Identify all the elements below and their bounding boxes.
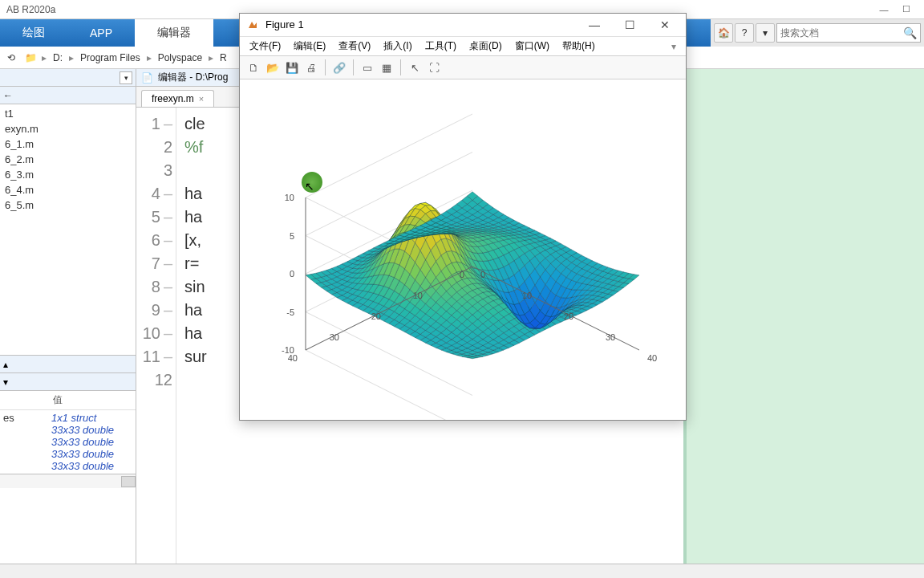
menu-insert[interactable]: 插入(I) [379,37,416,55]
menu-window[interactable]: 窗口(W) [510,37,554,55]
line-gutter: 1– 2 3 4– 5– 6– 7– 8– 9– 10– 11– 12 [136,108,176,564]
print-icon[interactable]: 🖨 [302,59,320,76]
search-docs[interactable]: 🔍 [776,23,921,43]
menu-file[interactable]: 文件(F) [245,37,286,55]
svg-text:20: 20 [371,311,381,321]
svg-text:20: 20 [564,311,573,321]
figure-menubar: 文件(F) 编辑(E) 查看(V) 插入(I) 工具(T) 桌面(D) 窗口(W… [240,37,686,57]
figure-title: Figure 1 [265,18,304,31]
tab-editor[interactable]: 编辑器 [135,19,213,47]
workspace-row[interactable]: 33x33 double [3,460,132,472]
workspace-header-2: ▾ [0,373,136,391]
svg-text:0: 0 [460,270,464,279]
editor-doc-icon: 📄 [141,72,153,83]
maximize-button[interactable]: ☐ [895,2,918,17]
workspace-row[interactable]: es 1x1 struct [3,412,132,424]
chevron-icon: ▸ [42,52,47,63]
back-icon[interactable]: ⟲ [3,50,19,66]
workspace-columns: 值 [0,391,136,410]
help-home-icon[interactable]: 🏠 [714,23,733,43]
svg-text:10: 10 [285,193,294,202]
panel-dropdown-icon[interactable]: ▾ [3,377,8,388]
menu-edit[interactable]: 编辑(E) [289,37,330,55]
svg-text:-5: -5 [286,307,294,317]
tab-app[interactable]: APP [67,19,135,47]
tab-plot[interactable]: 绘图 [0,19,67,47]
pointer-icon[interactable]: ↖ [406,59,424,76]
svg-text:40: 40 [288,353,298,363]
panel-up-icon[interactable]: ▴ [3,359,8,370]
figure-window[interactable]: Figure 1 — ☐ ✕ 文件(F) 编辑(E) 查看(V) 插入(I) 工… [239,13,687,421]
layout-icon[interactable]: ▭ [359,59,376,76]
file-list: t1 exyn.m 6_1.m 6_2.m 6_3.m 6_4.m 6_5.m [0,104,136,355]
figure-close-button[interactable]: ✕ [650,15,679,35]
search-input[interactable] [780,27,903,39]
menu-help[interactable]: 帮助(H) [557,37,600,55]
folder-icon[interactable]: 📁 [22,50,38,66]
help-icon[interactable]: ? [735,23,754,43]
menu-tools[interactable]: 工具(T) [420,37,461,55]
command-window-panel[interactable] [683,69,924,564]
path-seg-2[interactable]: Polyspace [155,52,205,63]
new-figure-icon[interactable]: 🗋 [245,59,262,76]
close-icon[interactable]: × [199,94,204,104]
menu-desktop[interactable]: 桌面(D) [464,37,507,55]
svg-line-0 [306,350,472,420]
editor-tab-label: freexyn.m [152,93,194,104]
app-title: AB R2020a [6,4,55,15]
workspace-row[interactable]: 33x33 double [3,448,132,460]
workspace-col-value: 值 [48,391,67,409]
file-item[interactable]: 6_3.m [3,167,132,182]
menu-view[interactable]: 查看(V) [334,37,375,55]
open-icon[interactable]: 📂 [264,59,282,76]
svg-text:0: 0 [480,270,485,279]
link-icon[interactable]: 🔗 [330,59,348,76]
svg-text:0: 0 [290,269,294,279]
file-item[interactable]: 6_2.m [3,152,132,167]
svg-text:30: 30 [330,332,339,342]
hscrollbar[interactable] [0,474,136,488]
workspace-panel: ▴ ▾ 值 es 1x1 struct 33x33 double [0,355,136,564]
svg-text:10: 10 [522,291,532,300]
file-item[interactable]: 6_1.m [3,136,132,152]
svg-line-9 [306,114,472,197]
current-folder-subheader: ← [0,87,136,104]
svg-text:5: 5 [290,231,294,241]
editor-tab[interactable]: freexyn.m × [141,90,214,107]
workspace-row[interactable]: 33x33 double [3,436,132,448]
path-seg-3[interactable]: R [217,52,230,63]
file-item[interactable]: 6_5.m [3,197,132,213]
statusbar [0,564,924,578]
workspace-row[interactable]: 33x33 double [3,424,132,436]
svg-text:10: 10 [413,291,423,300]
toolstrip-right: 🏠 ? ▾ 🔍 [711,19,924,47]
file-item[interactable]: exyn.m [3,121,132,136]
svg-text:30: 30 [606,332,615,342]
figure-titlebar[interactable]: Figure 1 — ☐ ✕ [240,14,686,37]
figure-toolbar: 🗋 📂 💾 🖨 🔗 ▭ ▦ ↖ ⛶ [240,56,686,79]
path-seg-1[interactable]: Program Files [77,52,144,63]
figure-minimize-button[interactable]: — [580,15,609,35]
editor-path: 编辑器 - D:\Prog [158,71,228,84]
menu-overflow-icon[interactable]: ▾ [667,41,681,52]
save-icon[interactable]: 💾 [283,59,301,76]
axes-3d[interactable]: -10-50510010203040010203040 [240,79,686,420]
workspace-header: ▴ [0,356,136,373]
svg-text:40: 40 [647,353,657,363]
file-item[interactable]: 6_4.m [3,182,132,197]
expand-icon[interactable]: ⛶ [425,59,443,76]
figure-maximize-button[interactable]: ☐ [615,15,644,35]
current-folder-panel-header: ▾ [0,69,136,87]
code-area[interactable]: cle %f ha ha [x, r= sin ha ha sur [176,108,215,564]
file-item[interactable]: t1 [3,106,132,121]
search-icon[interactable]: 🔍 [903,26,917,39]
dropdown-icon[interactable]: ▾ [756,23,775,43]
minimize-button[interactable]: — [873,2,895,17]
panel-dropdown-icon[interactable]: ▾ [120,71,132,84]
matlab-icon [246,18,259,31]
grid-icon[interactable]: ▦ [378,59,395,76]
path-drive[interactable]: D: [50,52,66,63]
